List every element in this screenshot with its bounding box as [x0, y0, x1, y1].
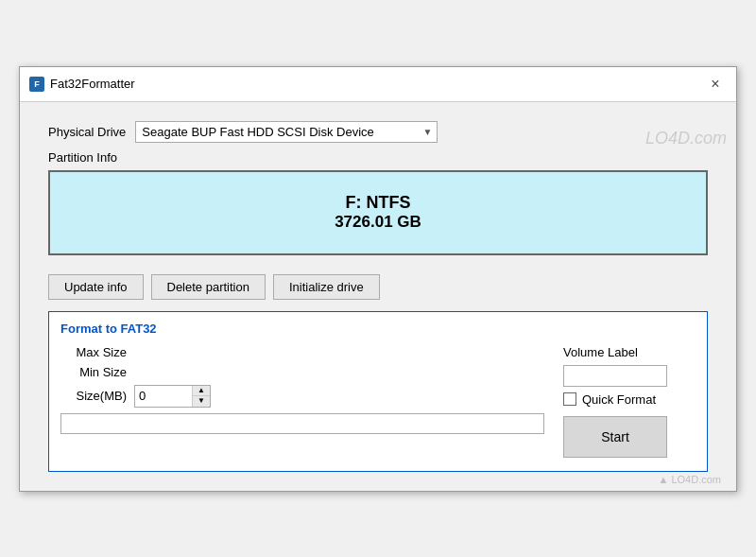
- volume-label-heading: Volume Label: [563, 345, 696, 359]
- size-mb-row: Size(MB) ▲ ▼: [60, 385, 544, 408]
- drive-select-wrapper[interactable]: Seagate BUP Fast HDD SCSI Disk Device: [135, 121, 438, 143]
- format-box-title: Format to FAT32: [60, 322, 696, 336]
- physical-drive-label: Physical Drive: [48, 125, 126, 139]
- delete-partition-button[interactable]: Delete partition: [151, 274, 266, 300]
- drive-select[interactable]: Seagate BUP Fast HDD SCSI Disk Device: [135, 121, 438, 143]
- spinners: ▲ ▼: [192, 386, 210, 407]
- update-info-button[interactable]: Update info: [48, 274, 144, 300]
- size-mb-label: Size(MB): [60, 389, 127, 403]
- min-size-label: Min Size: [60, 365, 127, 379]
- window-title: Fat32Formatter: [50, 77, 135, 91]
- progress-bar: [60, 413, 544, 434]
- spinner-up[interactable]: ▲: [193, 386, 210, 396]
- action-buttons-row: Update info Delete partition Initialize …: [48, 274, 708, 300]
- max-size-label: Max Size: [60, 345, 127, 359]
- format-inner: Max Size Min Size Size(MB) ▲ ▼: [60, 345, 696, 458]
- size-input[interactable]: [135, 386, 192, 407]
- close-button[interactable]: ×: [704, 73, 727, 96]
- initialize-drive-button[interactable]: Initialize drive: [273, 274, 380, 300]
- format-left: Max Size Min Size Size(MB) ▲ ▼: [60, 345, 544, 458]
- partition-info-label: Partition Info: [48, 150, 708, 165]
- min-size-row: Min Size: [60, 365, 544, 379]
- volume-label-input[interactable]: [563, 365, 667, 387]
- partition-display: F: NTFS 3726.01 GB: [48, 170, 708, 255]
- partition-size: 3726.01 GB: [335, 213, 421, 232]
- quick-format-checkbox[interactable]: [563, 392, 576, 406]
- partition-name: F: NTFS: [346, 193, 411, 213]
- main-window: F Fat32Formatter × LO4D.com Physical Dri…: [19, 66, 737, 492]
- max-size-row: Max Size: [60, 345, 544, 359]
- format-right: Volume Label Quick Format Start: [563, 345, 696, 458]
- spinner-down[interactable]: ▼: [193, 396, 210, 407]
- start-button[interactable]: Start: [563, 416, 667, 458]
- quick-format-label: Quick Format: [582, 392, 656, 407]
- quick-format-row: Quick Format: [563, 392, 696, 407]
- bottom-watermark: ▲ LO4D.com: [658, 474, 721, 485]
- title-bar: F Fat32Formatter ×: [20, 67, 736, 102]
- size-input-wrapper[interactable]: ▲ ▼: [134, 385, 211, 408]
- format-box: Format to FAT32 Max Size Min Size Size(M…: [48, 311, 708, 472]
- content-area: LO4D.com Physical Drive Seagate BUP Fast…: [20, 102, 736, 491]
- app-icon: F: [29, 77, 44, 92]
- title-bar-left: F Fat32Formatter: [29, 77, 135, 92]
- drive-row: Physical Drive Seagate BUP Fast HDD SCSI…: [48, 121, 708, 143]
